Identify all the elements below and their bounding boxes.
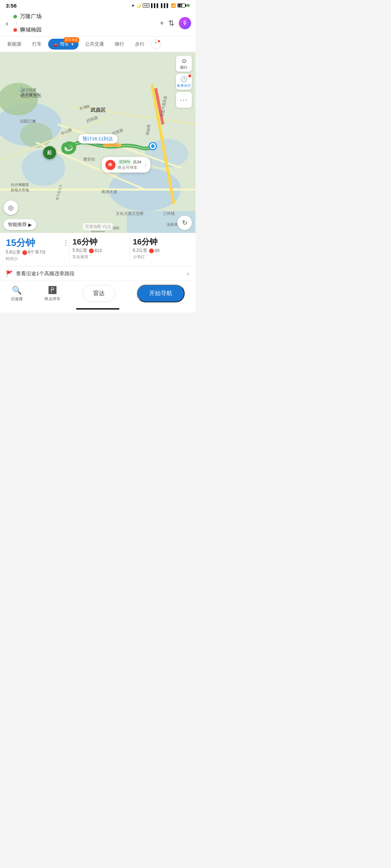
- route-option-1[interactable]: 15分钟 5.8公里 ⬤ 8个 等7分 时间少: [6, 237, 63, 261]
- refresh-button[interactable]: ↻: [177, 216, 192, 230]
- map-logo: 百度地图 V2.0: [83, 223, 113, 230]
- route-start-marker: 起: [43, 146, 56, 159]
- destination-parking-button[interactable]: 🅿 终点停车: [45, 286, 60, 302]
- arrival-time-text: 预计16:11到达: [83, 136, 113, 141]
- dest-dot-icon: [13, 28, 17, 32]
- parking-chevron-icon: ›: [145, 162, 147, 168]
- add-waypoint-button[interactable]: +: [160, 19, 164, 27]
- start-nav-label: 开始导航: [149, 290, 172, 296]
- tab-walk[interactable]: 步行: [131, 39, 149, 50]
- tab-taxi[interactable]: 打车: [28, 39, 46, 50]
- status-time: 3:56: [6, 3, 17, 9]
- battery-icon: 45: [177, 3, 185, 8]
- refresh-icon: ↻: [182, 219, 188, 227]
- svg-point-16: [151, 144, 155, 148]
- origin-row: 万隆广场: [13, 13, 156, 20]
- location-icon: ◎: [8, 204, 14, 212]
- tab-public[interactable]: 公共交通: [81, 39, 108, 50]
- more-tabs-button[interactable]: ˅: [151, 39, 161, 49]
- svg-text:集家嘴码头: 集家嘴码头: [22, 92, 40, 96]
- svg-text:武昌区: 武昌区: [91, 107, 106, 113]
- search-along-route-button[interactable]: 🔍 沿途搜: [11, 286, 23, 302]
- route-2-detail: 5.9公里 ⬤ 813: [72, 247, 126, 254]
- svg-text:武汉轮渡: 武汉轮渡: [22, 88, 36, 92]
- green-dot: [187, 4, 190, 7]
- radar-button[interactable]: 雷达: [83, 285, 115, 302]
- violation-text: 查看沿途1个高频违章路段: [16, 271, 75, 277]
- traffic-dot-3: ⬤ 88: [149, 248, 159, 253]
- destination-text[interactable]: 狮城翰园: [20, 26, 42, 33]
- svg-text:机电大市场: 机电大市场: [11, 188, 29, 192]
- route-line: [16, 21, 17, 25]
- route-3-tag: 少等灯: [133, 254, 187, 260]
- search-icon: 🔍: [12, 286, 22, 295]
- wifi-icon: 📶: [171, 3, 176, 8]
- search-bar: ‹ 万隆广场 狮城翰园 + ⇅ 🎙: [0, 10, 196, 37]
- tab-drive[interactable]: 🚗 驾车 ▼ 真车道级: [48, 39, 79, 50]
- start-navigation-button[interactable]: 开始导航: [137, 285, 185, 302]
- speed-limit-button[interactable]: ⊙ 限行: [176, 56, 192, 72]
- status-icons: ➤ 🌙 HD ▌▌▌ ▌▌▌ 📶 45: [131, 3, 190, 8]
- route-2-distance: 5.9公里: [72, 247, 87, 254]
- signal-icon: ▌▌▌: [151, 3, 159, 8]
- route-2-time: 16分钟: [72, 237, 126, 247]
- vacancy-badge: 空34%: [118, 159, 131, 165]
- tab-new-energy[interactable]: 新能源: [3, 39, 26, 50]
- traffic-dot-2: ⬤ 813: [89, 248, 102, 253]
- future-dot: [188, 75, 191, 77]
- violation-warning[interactable]: 🚩 查看沿途1个高频违章路段 ∧: [0, 266, 196, 281]
- future-trip-button[interactable]: 🕐 未来出行: [176, 74, 192, 90]
- route-panel: 15分钟 5.8公里 ⬤ 8个 等7分 时间少 ⋮ 16分钟 5.9公里 ⬤ 8: [0, 233, 196, 266]
- parking-popup[interactable]: 终 空34% 共34 终点可停车 ›: [102, 157, 150, 173]
- future-label: 未来出行: [177, 83, 191, 88]
- search-along-label: 沿途搜: [11, 296, 23, 302]
- speed-limit-label: 限行: [180, 65, 188, 70]
- map-container[interactable]: 武珞路 中山路 武珞路 东湖路 路喻路 雄楚大道高架 雅安街 南湖大道 依斗关九…: [0, 52, 196, 233]
- back-button[interactable]: ‹: [4, 18, 10, 29]
- origin-text[interactable]: 万隆广场: [20, 13, 42, 20]
- car-icon: 🚗: [52, 42, 58, 47]
- voice-input-button[interactable]: 🎙: [179, 17, 191, 29]
- route-option-3[interactable]: 16分钟 6.2公里 ⬤ 88 少等灯: [130, 237, 190, 261]
- parking-nav-label: 终点停车: [45, 296, 60, 302]
- bottom-nav: 🔍 沿途搜 🅿 终点停车 雷达 开始导航: [0, 281, 196, 305]
- status-bar: 3:56 ➤ 🌙 HD ▌▌▌ ▌▌▌ 📶 45: [0, 0, 196, 10]
- collapse-icon: ∧: [186, 271, 190, 277]
- chevron-down-icon: ˅: [155, 42, 157, 47]
- svg-text:南湖大道: 南湖大道: [101, 190, 117, 194]
- route-option-2[interactable]: 16分钟 5.9公里 ⬤ 813 车友推荐: [69, 237, 129, 261]
- traffic-dot-1: ⬤ 8个 等7分: [22, 249, 46, 255]
- signal-icon-2: ▌▌▌: [161, 3, 169, 8]
- map-right-panel: ⊙ 限行 🕐 未来出行 ···: [176, 56, 192, 108]
- svg-text:雅安街: 雅安街: [83, 157, 95, 161]
- destination-row: 狮城翰园: [13, 26, 156, 33]
- swap-route-button[interactable]: ⇅: [168, 19, 175, 27]
- route-3-time: 16分钟: [133, 237, 187, 247]
- parking-info: 空34% 共34 终点可停车: [118, 159, 141, 170]
- svg-text:三环线: 三环线: [163, 211, 175, 216]
- speed-limit-icon: ⊙: [182, 58, 186, 64]
- route-options: 15分钟 5.8公里 ⬤ 8个 等7分 时间少 ⋮ 16分钟 5.9公里 ⬤ 8: [6, 237, 190, 266]
- more-dot-badge: [158, 40, 160, 42]
- hd-label: HD: [143, 3, 150, 8]
- mode-tabs: 新能源 打车 🚗 驾车 ▼ 真车道级 公共交通 骑行 步行 ˅: [0, 37, 196, 52]
- moon-icon: 🌙: [136, 3, 141, 8]
- origin-dot-icon: [13, 15, 17, 18]
- route-3-detail: 6.2公里 ⬤ 88: [133, 247, 187, 254]
- route-3-distance: 6.2公里: [133, 247, 148, 254]
- tab-bike[interactable]: 骑行: [110, 39, 129, 50]
- more-routes-button[interactable]: ⋮: [63, 237, 69, 247]
- search-actions: + ⇅ 🎙: [160, 17, 191, 29]
- more-map-button[interactable]: ···: [176, 92, 192, 108]
- drive-badge: 真车道级: [63, 37, 79, 43]
- scroll-indicator: [91, 231, 105, 232]
- svg-text:文化大道立交桥: 文化大道立交桥: [116, 211, 144, 216]
- svg-point-7: [20, 123, 52, 148]
- my-location-button[interactable]: ◎: [4, 200, 18, 215]
- svg-text:白沙洲建筑: 白沙洲建筑: [11, 183, 29, 187]
- more-dots-icon: ···: [180, 96, 188, 104]
- home-indicator: [0, 305, 196, 312]
- parking-icon: 🅿: [49, 286, 56, 295]
- end-marker: 终: [105, 160, 115, 170]
- smart-recommend-button[interactable]: 智能推荐 ▶: [4, 219, 36, 230]
